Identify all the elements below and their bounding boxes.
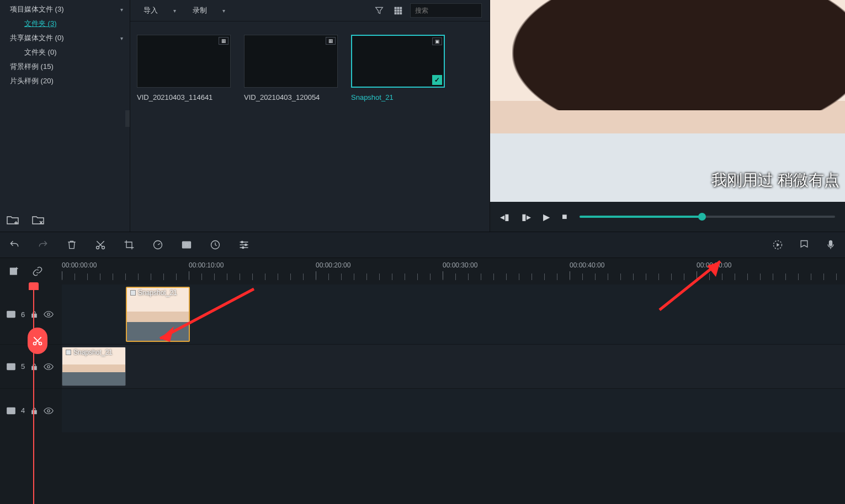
crop-button[interactable]	[123, 238, 136, 251]
playhead[interactable]	[33, 285, 34, 504]
speed-button[interactable]	[151, 238, 164, 251]
track-row: 5 Snapshot_21	[0, 344, 845, 388]
preview-viewport[interactable]: 我刚用过 稍微有点	[490, 0, 845, 202]
svg-rect-21	[10, 268, 17, 275]
svg-point-18	[242, 246, 244, 248]
subtitle-overlay: 我刚用过 稍微有点	[711, 170, 839, 191]
tree-bg-samples[interactable]: 背景样例 (15)	[0, 60, 130, 74]
lock-icon[interactable]	[30, 363, 38, 371]
play-button[interactable]: ▶	[543, 212, 550, 222]
stop-button[interactable]: ■	[562, 212, 567, 222]
track-number: 5	[21, 362, 25, 371]
svg-rect-30	[7, 408, 15, 414]
eye-icon[interactable]	[44, 363, 54, 371]
marker-button[interactable]	[798, 238, 811, 251]
lock-icon[interactable]	[30, 310, 38, 318]
import-dropdown[interactable]: 导入▾	[138, 3, 182, 18]
search-input[interactable]	[411, 7, 502, 14]
grid-view-icon[interactable]: rect{fill:#aeb4bb}	[391, 4, 405, 17]
thumb-label: VID_20210403_114641	[137, 93, 231, 101]
record-dropdown[interactable]: 录制▾	[187, 3, 231, 18]
timeline-ruler-row: 00:00:00:0000:00:10:0000:00:20:0000:00:3…	[0, 258, 845, 285]
filter-icon[interactable]	[373, 4, 386, 17]
lock-icon[interactable]	[30, 407, 38, 415]
undo-button[interactable]	[8, 238, 21, 251]
ruler-mark: 00:00:40:00	[570, 261, 604, 269]
tree-intro-samples[interactable]: 片头样例 (20)	[0, 74, 130, 88]
image-icon	[66, 350, 71, 355]
keyframe-button[interactable]	[209, 238, 222, 251]
search-box	[410, 3, 482, 18]
clip-label: Snapshot_21	[130, 289, 177, 297]
media-browser: 导入▾ 录制▾ rect{fill:#aeb4bb} ▦ VID_2021040…	[130, 0, 490, 232]
split-handle[interactable]	[28, 328, 47, 354]
thumb-label: Snapshot_21	[351, 93, 445, 101]
redo-button[interactable]	[36, 238, 50, 251]
track-row: 4	[0, 388, 845, 432]
seek-bar[interactable]	[580, 216, 835, 218]
link-button[interactable]	[31, 265, 44, 278]
svg-rect-8	[400, 12, 402, 14]
svg-rect-24	[7, 311, 15, 317]
media-thumb[interactable]: ▦ VID_20210403_120054	[244, 35, 338, 101]
eye-icon[interactable]	[44, 407, 54, 415]
chevron-down-icon: ▾	[173, 8, 176, 14]
ruler-mark: 00:00:30:00	[443, 261, 477, 269]
svg-rect-3	[395, 9, 397, 12]
prev-frame-button[interactable]: ◂▮	[500, 212, 509, 222]
video-badge-icon: ▦	[219, 37, 228, 45]
chevron-down-icon: ▾	[120, 7, 123, 13]
svg-rect-5	[400, 9, 402, 12]
ruler-mark: 00:00:50:00	[697, 261, 731, 269]
svg-rect-6	[395, 12, 397, 14]
svg-rect-13	[183, 242, 191, 248]
seek-knob[interactable]	[698, 213, 706, 221]
voiceover-button[interactable]	[824, 238, 837, 251]
eye-icon[interactable]	[44, 310, 54, 318]
media-toolbar: 导入▾ 录制▾ rect{fill:#aeb4bb}	[130, 0, 490, 22]
color-button[interactable]	[180, 238, 193, 251]
clip-label: Snapshot_21	[66, 348, 113, 356]
playback-controls: ◂▮ ▮▸ ▶ ■	[490, 202, 845, 232]
tree-folder-3[interactable]: 文件夹 (3)	[0, 17, 130, 31]
thumb-label: VID_20210403_120054	[244, 93, 338, 101]
svg-rect-20	[830, 241, 832, 246]
chevron-down-icon: ▾	[120, 35, 123, 41]
svg-point-16	[241, 241, 243, 243]
svg-rect-27	[7, 363, 15, 369]
track-lane[interactable]: Snapshot_21	[62, 345, 845, 388]
add-track-button[interactable]	[8, 265, 21, 278]
cut-button[interactable]	[94, 238, 107, 251]
timeline-clip-selected[interactable]: Snapshot_21	[126, 287, 190, 342]
delete-button[interactable]	[65, 238, 78, 251]
track-lane[interactable]	[62, 389, 845, 432]
next-frame-button[interactable]: ▮▸	[522, 212, 531, 222]
svg-rect-0	[395, 7, 397, 9]
check-icon: ✓	[432, 75, 442, 85]
track-lane[interactable]: Snapshot_21	[62, 285, 845, 344]
media-sidebar: 项目媒体文件 (3) ▾ 文件夹 (3) 共享媒体文件 (0) ▾ 文件夹 (0…	[0, 0, 130, 232]
timeline-area: 6 Snapshot_21 5 Snapshot_	[0, 285, 845, 504]
svg-point-29	[47, 365, 50, 368]
render-preview-button[interactable]	[771, 238, 784, 251]
timeline-ruler[interactable]: 00:00:00:0000:00:10:0000:00:20:0000:00:3…	[62, 258, 845, 285]
image-icon	[130, 290, 136, 296]
ruler-mark: 00:00:20:00	[316, 261, 350, 269]
image-badge-icon: ▣	[432, 37, 442, 45]
tree-project-media[interactable]: 项目媒体文件 (3) ▾	[0, 2, 130, 17]
new-folder-icon[interactable]	[7, 215, 19, 225]
media-thumb[interactable]: ▦ VID_20210403_114641	[137, 35, 231, 101]
svg-rect-4	[397, 9, 399, 12]
sidebar-collapse-handle[interactable]	[125, 110, 130, 127]
tree-shared-media[interactable]: 共享媒体文件 (0) ▾	[0, 31, 130, 45]
media-thumb-selected[interactable]: ▣ ✓ Snapshot_21	[351, 35, 445, 101]
settings-button[interactable]	[237, 238, 251, 251]
preview-panel: 我刚用过 稍微有点 ◂▮ ▮▸ ▶ ■	[490, 0, 845, 232]
svg-rect-7	[397, 12, 399, 14]
edit-toolbar	[0, 232, 845, 258]
delete-folder-icon[interactable]	[32, 215, 44, 225]
svg-point-17	[245, 244, 247, 245]
svg-point-26	[47, 313, 50, 316]
timeline-clip[interactable]: Snapshot_21	[62, 347, 126, 386]
tree-folder-0[interactable]: 文件夹 (0)	[0, 45, 130, 60]
